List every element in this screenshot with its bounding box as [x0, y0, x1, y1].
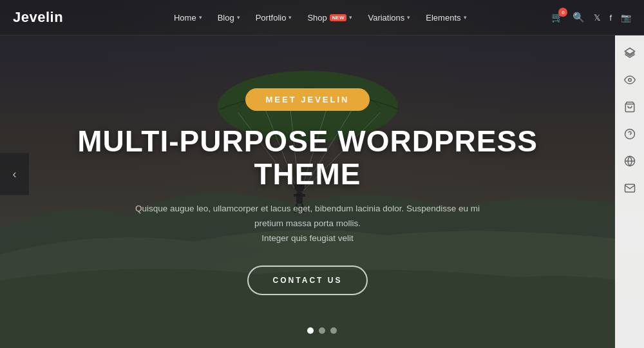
search-icon[interactable]: 🔍	[573, 12, 585, 23]
shop-badge: NEW	[330, 14, 347, 21]
slider-prev-button[interactable]: ‹	[0, 153, 29, 195]
nav-variations[interactable]: Variations ▾	[361, 9, 417, 26]
cart-count: 0	[558, 8, 567, 17]
sidebar-mail-icon[interactable]	[618, 176, 642, 200]
slider-dot-3[interactable]	[330, 327, 337, 334]
sidebar-bag-icon[interactable]	[618, 95, 642, 119]
home-chevron: ▾	[199, 14, 202, 21]
facebook-icon[interactable]: f	[609, 13, 612, 23]
sidebar-right	[615, 35, 644, 348]
shop-chevron: ▾	[349, 14, 352, 21]
blog-chevron: ▾	[237, 14, 240, 21]
nav-blog[interactable]: Blog ▾	[211, 9, 247, 26]
sidebar-help-icon[interactable]	[618, 122, 642, 146]
hero-content: MEET JEVELIN MULTI-PURPOSE WORDPRESS THE…	[0, 35, 615, 348]
contact-us-button[interactable]: CONTACT US	[247, 266, 368, 295]
sidebar-view-icon[interactable]	[618, 68, 642, 92]
nav-portfolio[interactable]: Portfolio ▾	[249, 9, 299, 26]
cart-icon[interactable]: 🛒 0	[551, 12, 564, 23]
sidebar-globe-icon[interactable]	[618, 149, 642, 173]
slider-dot-1[interactable]	[307, 327, 314, 334]
slider-dots	[307, 327, 337, 334]
logo[interactable]: Jevelin	[13, 9, 63, 26]
portfolio-chevron: ▾	[289, 14, 292, 21]
instagram-icon[interactable]: 📷	[621, 13, 631, 23]
sidebar-layers-icon[interactable]	[618, 41, 642, 65]
nav-elements[interactable]: Elements ▾	[419, 9, 473, 26]
elements-chevron: ▾	[464, 14, 467, 21]
hero-title: MULTI-PURPOSE WORDPRESS THEME	[64, 125, 551, 190]
slider-dot-2[interactable]	[319, 327, 325, 334]
meet-badge: MEET JEVELIN	[245, 88, 370, 111]
hero-subtitle: Quisque augue leo, ullamcorper et lacus …	[134, 202, 482, 246]
svg-point-18	[628, 79, 631, 82]
hero-section: Jevelin Home ▾ Blog ▾ Portfolio ▾ Shop N…	[0, 0, 644, 348]
twitter-icon[interactable]: 𝕏	[594, 13, 600, 23]
variations-chevron: ▾	[407, 14, 410, 21]
nav-links: Home ▾ Blog ▾ Portfolio ▾ Shop NEW ▾ Var…	[89, 9, 551, 26]
nav-icon-group: 🛒 0 🔍 𝕏 f 📷	[551, 12, 631, 23]
nav-shop[interactable]: Shop NEW ▾	[301, 9, 359, 26]
navbar: Jevelin Home ▾ Blog ▾ Portfolio ▾ Shop N…	[0, 0, 644, 35]
nav-home[interactable]: Home ▾	[167, 9, 209, 26]
